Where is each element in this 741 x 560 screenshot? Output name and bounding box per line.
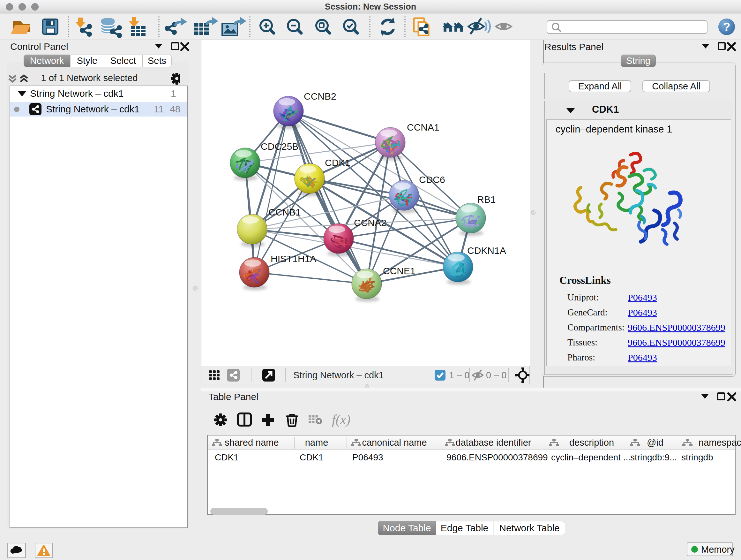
svg-text:CDC6: CDC6 bbox=[419, 174, 445, 185]
svg-text:String Network – cdk1: String Network – cdk1 bbox=[293, 370, 384, 380]
svg-text:CCNE1: CCNE1 bbox=[383, 266, 415, 276]
svg-text:RB1: RB1 bbox=[477, 194, 495, 205]
svg-text:CCNB2: CCNB2 bbox=[304, 91, 336, 102]
svg-text:f(x): f(x) bbox=[332, 412, 350, 427]
svg-text:1 – 0: 1 – 0 bbox=[449, 370, 470, 380]
svg-text:?: ? bbox=[723, 20, 731, 34]
svg-text:HIST1H1A: HIST1H1A bbox=[271, 253, 316, 264]
svg-text:CCNA2: CCNA2 bbox=[354, 217, 387, 228]
svg-text:0 – 0: 0 – 0 bbox=[486, 370, 507, 380]
svg-text:CDKN1A: CDKN1A bbox=[467, 245, 506, 256]
svg-text:CDK1: CDK1 bbox=[325, 158, 350, 168]
svg-text:CDC25B: CDC25B bbox=[261, 141, 298, 152]
svg-text:CCNB1: CCNB1 bbox=[268, 207, 301, 217]
svg-text:CCNA1: CCNA1 bbox=[407, 122, 440, 132]
